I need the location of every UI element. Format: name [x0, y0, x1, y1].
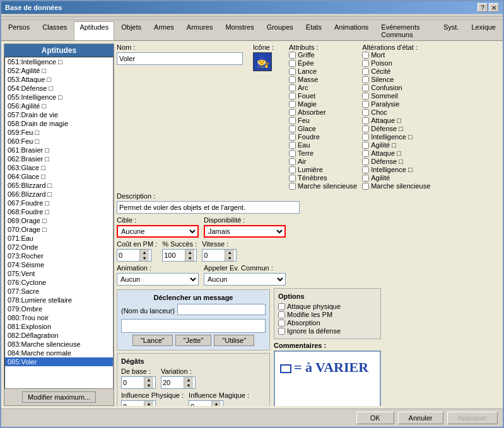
sidebar-item[interactable]: 075:Vent [5, 269, 113, 278]
sidebar-item[interactable]: 061:Brasier □ [5, 146, 113, 154]
sidebar-item[interactable]: 058:Drain de magie [5, 119, 113, 128]
variation-down[interactable]: ▼ [184, 383, 193, 388]
sidebar-item[interactable]: 074:Séisme [5, 260, 113, 269]
alteration-checkbox-13[interactable] [362, 158, 369, 165]
nom-input[interactable] [117, 52, 243, 65]
lance-button[interactable]: "Lance" [132, 335, 173, 346]
sidebar-list[interactable]: 051:Intelligence □052:Agilité □053:Attaq… [4, 57, 114, 389]
cible-select[interactable]: Aucune Ennemis Alliés Soi [117, 225, 199, 238]
alteration-checkbox-5[interactable] [362, 93, 369, 100]
alteration-checkbox-3[interactable] [362, 76, 369, 83]
attribute-checkbox-3[interactable] [289, 76, 296, 83]
sidebar-item[interactable]: 084:Marche normale [5, 349, 113, 357]
attribute-checkbox-5[interactable] [289, 93, 296, 100]
vitesse-down[interactable]: ▼ [225, 255, 234, 261]
sidebar-item[interactable]: 064:Glace □ [5, 172, 113, 181]
description-input[interactable] [117, 201, 300, 214]
sidebar-item[interactable]: 082:Déflagration [5, 331, 113, 340]
sidebar-item[interactable]: 059:Feu □ [5, 128, 113, 137]
tab-persos[interactable]: Persos [3, 21, 35, 40]
sidebar-item[interactable]: 081:Explosion [5, 322, 113, 331]
sidebar-item[interactable]: 053:Attaque □ [5, 75, 113, 84]
cout-pm-down[interactable]: ▼ [140, 255, 149, 261]
sidebar-item[interactable]: 072:Onde [5, 243, 113, 252]
help-button[interactable]: ? [478, 3, 488, 12]
sidebar-item[interactable]: 067:Foudre □ [5, 199, 113, 207]
influence-physique-up[interactable]: ▲ [144, 401, 153, 406]
influence-physique-input[interactable] [122, 401, 144, 406]
tab-lexique[interactable]: Lexique [466, 21, 501, 40]
tab-objets[interactable]: Objets [115, 21, 147, 40]
nom-lanceur-input[interactable] [177, 304, 266, 315]
attribute-checkbox-7[interactable] [289, 109, 296, 116]
option-checkbox-1[interactable] [278, 311, 285, 318]
influence-magique-spinbox[interactable]: ▲ ▼ [189, 400, 223, 406]
sidebar-item[interactable]: 071:Eau [5, 234, 113, 243]
sidebar-item[interactable]: 068:Foudre □ [5, 207, 113, 216]
appeler-ev-select[interactable]: Aucun [204, 273, 286, 286]
alteration-checkbox-15[interactable] [362, 175, 369, 182]
alteration-checkbox-2[interactable] [362, 68, 369, 75]
attribute-checkbox-9[interactable] [289, 125, 296, 132]
de-base-down[interactable]: ▼ [144, 383, 153, 388]
utilise-button[interactable]: "Utilise" [214, 335, 254, 346]
attribute-checkbox-11[interactable] [289, 142, 296, 149]
tab-classes[interactable]: Classes [37, 21, 73, 40]
sidebar-item[interactable]: 079:Ombre [5, 304, 113, 313]
influence-magique-input[interactable] [189, 401, 211, 406]
attribute-checkbox-6[interactable] [289, 101, 296, 108]
tab-evenements[interactable]: Événements Communs [375, 21, 437, 40]
vitesse-input[interactable] [202, 250, 225, 261]
attribute-checkbox-10[interactable] [289, 134, 296, 141]
attribute-checkbox-4[interactable] [289, 84, 296, 91]
disponibilite-select[interactable]: Jamais Toujours Combat Hors combat [204, 225, 286, 238]
close-button[interactable]: ✕ [489, 3, 499, 12]
attribute-checkbox-1[interactable] [289, 60, 296, 67]
sidebar-item[interactable]: 055:Intelligence □ [5, 93, 113, 101]
tab-groupes[interactable]: Groupes [261, 21, 299, 40]
sidebar-item[interactable]: 062:Brasier □ [5, 154, 113, 163]
variation-spinbox[interactable]: ▲ ▼ [161, 376, 196, 389]
sidebar-item[interactable]: 065:Blizzard □ [5, 181, 113, 190]
sidebar-item[interactable]: 057:Drain de vie [5, 110, 113, 119]
tab-etats[interactable]: États [300, 21, 327, 40]
succes-up[interactable]: ▲ [185, 250, 194, 255]
cout-pm-spinbox[interactable]: ▲ ▼ [117, 249, 151, 262]
alteration-checkbox-12[interactable] [362, 150, 369, 157]
attribute-checkbox-15[interactable] [289, 175, 296, 182]
trigger-text-input[interactable] [121, 319, 266, 333]
sidebar-item[interactable]: 056:Agilité □ [5, 101, 113, 110]
apply-button[interactable]: Appliquer [447, 412, 498, 424]
attribute-checkbox-12[interactable] [289, 150, 296, 157]
sidebar-item[interactable]: 073:Rocher [5, 252, 113, 260]
jette-button[interactable]: "Jette" [175, 335, 212, 346]
alteration-checkbox-1[interactable] [362, 60, 369, 67]
icone-preview[interactable]: 🧙 [253, 52, 272, 71]
succes-spinbox[interactable]: ▲ ▼ [162, 249, 197, 262]
option-checkbox-3[interactable] [278, 328, 285, 335]
influence-magique-up[interactable]: ▲ [212, 401, 221, 406]
sidebar-item[interactable]: 063:Glace □ [5, 163, 113, 172]
de-base-input[interactable] [122, 377, 144, 388]
sidebar-item[interactable]: 077:Sacre [5, 287, 113, 296]
alteration-checkbox-8[interactable] [362, 117, 369, 124]
ok-button[interactable]: OK [356, 412, 394, 424]
option-checkbox-2[interactable] [278, 320, 285, 327]
modify-max-button[interactable]: Modifier maximum... [22, 391, 96, 403]
alteration-checkbox-14[interactable] [362, 166, 369, 173]
attribute-checkbox-13[interactable] [289, 158, 296, 165]
vitesse-up[interactable]: ▲ [225, 250, 234, 255]
attribute-checkbox-0[interactable] [289, 52, 296, 59]
sidebar-item[interactable]: 078:Lumiere stellaire [5, 296, 113, 304]
variation-input[interactable] [161, 377, 184, 388]
tab-armes[interactable]: Armes [148, 21, 180, 40]
alteration-checkbox-11[interactable] [362, 142, 369, 149]
sidebar-item[interactable]: 070:Orage □ [5, 225, 113, 234]
sidebar-item[interactable]: 052:Agilité □ [5, 66, 113, 75]
vitesse-spinbox[interactable]: ▲ ▼ [202, 249, 237, 262]
cout-pm-input[interactable] [117, 250, 139, 261]
attribute-checkbox-16[interactable] [289, 183, 296, 190]
de-base-up[interactable]: ▲ [144, 377, 153, 383]
tab-armures[interactable]: Armures [181, 21, 219, 40]
de-base-spinbox[interactable]: ▲ ▼ [121, 376, 156, 389]
